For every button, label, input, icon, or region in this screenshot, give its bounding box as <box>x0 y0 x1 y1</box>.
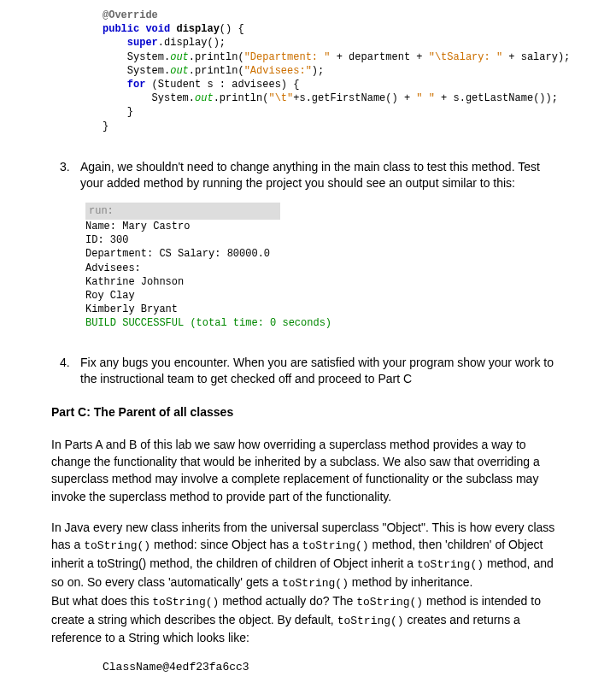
output-build-successful: BUILD SUCCESSFUL (total time: 0 seconds) <box>85 316 559 330</box>
code-inline: toString() <box>152 596 219 609</box>
output-line: Department: CS Salary: 80000.0 <box>85 247 559 261</box>
list-number: 4. <box>60 355 80 388</box>
kw-for: for <box>127 79 146 91</box>
code-inline: toString() <box>84 539 150 552</box>
text: method actually do? The <box>219 594 356 608</box>
code-text: .println( <box>189 51 244 63</box>
output-line: Advisees: <box>85 262 559 275</box>
string-literal: "\t" <box>268 92 293 104</box>
document-page: @Override public void display() { super.… <box>0 0 610 699</box>
kw-void: void <box>145 23 170 35</box>
classname-example: ClassName@4edf23fa6cc3 <box>103 661 559 674</box>
code-text: .display(); <box>158 37 226 49</box>
code-inline: toString() <box>356 596 423 609</box>
output-line: Kathrine Johnson <box>85 275 559 289</box>
output-line: ID: 300 <box>85 233 559 247</box>
field-out: out <box>195 92 214 104</box>
list-item-3: 3. Again, we shouldn't need to change an… <box>60 159 559 192</box>
paragraph: In Parts A and B of this lab we saw how … <box>51 436 559 505</box>
code-text: + department + <box>330 51 428 63</box>
code-text: + salary); <box>502 51 570 63</box>
code-text: System. <box>103 65 170 77</box>
code-inline: toString() <box>417 558 484 571</box>
list-item-4: 4. Fix any bugs you encounter. When you … <box>60 355 559 388</box>
string-literal: " " <box>416 92 435 104</box>
console-output: run: Name: Mary Castro ID: 300 Departmen… <box>85 203 559 331</box>
code-text: System. <box>103 92 195 104</box>
code-text: } <box>103 121 109 132</box>
code-text: (Student s : advisees) { <box>145 79 299 91</box>
paragraph: In Java every new class inherits from th… <box>51 519 559 647</box>
part-c-heading: Part C: The Parent of all classes <box>51 405 559 419</box>
kw-super: super <box>127 37 158 49</box>
code-text: ); <box>312 65 324 77</box>
code-text: + s.getLastName()); <box>435 92 558 104</box>
output-run-label: run: <box>85 203 280 220</box>
code-text: .println( <box>214 92 269 104</box>
annotation: @Override <box>103 9 158 21</box>
output-line: Roy Clay <box>85 289 559 303</box>
code-text: +s.getFirstName() + <box>293 92 416 104</box>
text: But what does this <box>51 594 152 608</box>
code-text: System. <box>103 51 170 63</box>
text: method by inheritance. <box>349 575 473 589</box>
field-out: out <box>170 51 189 63</box>
list-body: Fix any bugs you encounter. When you are… <box>80 355 559 388</box>
code-text: () { <box>220 23 244 35</box>
output-line: Name: Mary Castro <box>85 220 559 233</box>
string-literal: "Advisees:" <box>244 65 312 77</box>
string-literal: "Department: " <box>244 51 331 63</box>
code-inline: toString() <box>302 539 369 552</box>
list-body: Again, we shouldn't need to change anyth… <box>80 159 559 192</box>
output-line: Kimberly Bryant <box>85 303 559 316</box>
method-name: display <box>176 23 219 35</box>
text: method: since Object has a <box>150 538 302 551</box>
code-text: } <box>103 106 133 118</box>
code-inline: toString() <box>282 577 349 590</box>
code-inline: toString() <box>337 615 404 627</box>
kw-public: public <box>103 23 139 35</box>
string-literal: "\tSalary: " <box>429 51 502 63</box>
java-code-block: @Override public void display() { super.… <box>103 9 559 133</box>
list-number: 3. <box>60 159 80 192</box>
field-out: out <box>170 65 189 77</box>
code-text: .println( <box>189 65 244 77</box>
